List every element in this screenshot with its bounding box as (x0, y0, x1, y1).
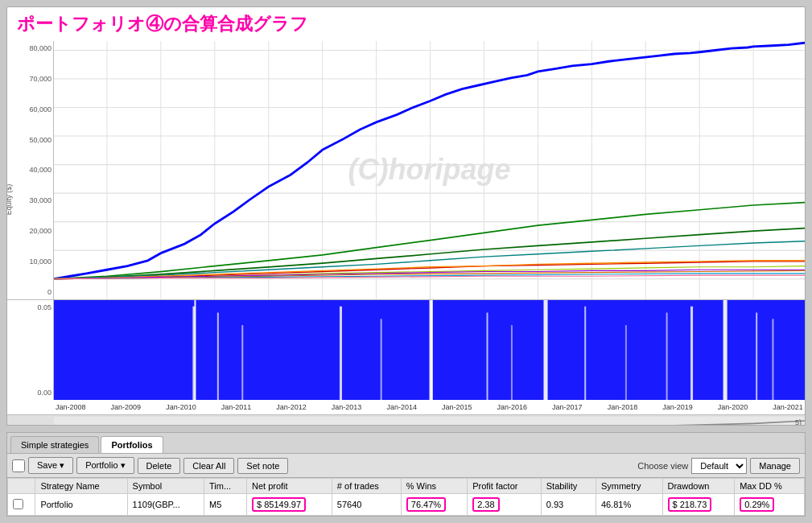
col-drawdown[interactable]: Drawdown (662, 479, 735, 494)
svg-rect-38 (756, 312, 757, 400)
x-axis-spacer (7, 400, 54, 414)
row-drawdown: $ 218.73 (662, 494, 735, 516)
range-indicator: 5) (795, 418, 802, 426)
tab-simple-strategies[interactable]: Simple strategies (10, 436, 99, 453)
col-num-trades[interactable]: # of trades (332, 479, 401, 494)
bottom-panel: Simple strategies Portfolios Save ▾ Port… (6, 432, 806, 517)
table-row: Portfolio 1109(GBP... M5 $ 85149.97 5764… (8, 494, 805, 516)
equity-chart-row: 80,000 70,000 60,000 50,000 40,000 30,00… (7, 41, 805, 299)
x-axis-row: Jan-2008 Jan-2009 Jan-2010 Jan-2011 Jan-… (7, 400, 805, 414)
select-all-checkbox[interactable] (12, 459, 25, 472)
col-checkbox (8, 479, 35, 494)
col-max-dd[interactable]: Max DD % (735, 479, 805, 494)
delete-button[interactable]: Delete (138, 458, 181, 474)
chart-layout: 80,000 70,000 60,000 50,000 40,000 30,00… (7, 41, 805, 426)
volume-plot (54, 300, 805, 400)
pct-wins-value: 76.47% (406, 497, 446, 512)
profit-factor-value: 2.38 (472, 497, 499, 512)
col-symmetry[interactable]: Symmetry (596, 479, 662, 494)
chart-title: ポートフォリオ④の合算合成グラフ (7, 7, 805, 41)
volume-svg (54, 300, 805, 400)
svg-rect-36 (690, 307, 693, 401)
svg-rect-29 (431, 300, 433, 400)
table-area: Strategy Name Symbol Tim... Net profit #… (7, 478, 805, 516)
svg-rect-27 (381, 319, 382, 400)
table-header-row: Strategy Name Symbol Tim... Net profit #… (8, 479, 805, 494)
net-profit-value: $ 85149.97 (252, 497, 306, 512)
chart-area: ポートフォリオ④の合算合成グラフ 80,000 70,000 60,000 50… (6, 6, 806, 426)
row-strategy-name: Portfolio (35, 494, 127, 516)
choose-view-select[interactable]: Default (691, 458, 747, 474)
set-note-button[interactable]: Set note (237, 458, 288, 474)
row-symmetry: 46.81% (596, 494, 662, 516)
row-symbol: 1109(GBP... (127, 494, 204, 516)
svg-rect-30 (486, 312, 488, 400)
svg-rect-24 (217, 312, 219, 400)
svg-rect-25 (241, 325, 243, 400)
row-num-trades: 57640 (332, 494, 401, 516)
col-stability[interactable]: Stability (541, 479, 596, 494)
x-axis-labels: Jan-2008 Jan-2009 Jan-2010 Jan-2011 Jan-… (54, 400, 805, 414)
svg-rect-23 (194, 300, 196, 400)
main-container: ポートフォリオ④の合算合成グラフ 80,000 70,000 60,000 50… (0, 0, 812, 523)
svg-rect-39 (772, 319, 773, 400)
drawdown-value: $ 218.73 (668, 497, 712, 512)
row-profit-factor: 2.38 (468, 494, 542, 516)
svg-rect-26 (340, 307, 342, 401)
toolbar: Save ▾ Portfolio ▾ Delete Clear All Set … (7, 454, 805, 478)
row-net-profit: $ 85149.97 (246, 494, 332, 516)
row-timeframe: M5 (204, 494, 246, 516)
tab-portfolios[interactable]: Portfolios (101, 436, 163, 453)
choose-view-label: Choose view (637, 461, 688, 471)
col-timeframe[interactable]: Tim... (204, 479, 246, 494)
row-checkbox[interactable] (13, 499, 23, 509)
save-button[interactable]: Save ▾ (28, 457, 73, 474)
portfolio-button[interactable]: Portfolio ▾ (76, 457, 134, 474)
col-strategy-name[interactable]: Strategy Name (35, 479, 127, 494)
svg-rect-33 (584, 307, 586, 401)
svg-rect-34 (625, 325, 627, 400)
equity-svg (54, 41, 805, 299)
minimap-svg: ◄ ▲ ▼ ► 5) (54, 417, 805, 426)
y-axis-equity: 80,000 70,000 60,000 50,000 40,000 30,00… (7, 41, 54, 299)
row-checkbox-cell (8, 494, 35, 516)
volume-chart-row: 0.05 0.00 (7, 299, 805, 400)
col-symbol[interactable]: Symbol (127, 479, 204, 494)
svg-rect-31 (511, 325, 513, 400)
row-pct-wins: 76.47% (401, 494, 467, 516)
equity-axis-label: Equity ($) (6, 183, 13, 215)
max-dd-value: 0.29% (740, 497, 774, 512)
svg-rect-37 (723, 300, 728, 400)
data-table: Strategy Name Symbol Tim... Net profit #… (7, 478, 805, 516)
manage-button[interactable]: Manage (750, 458, 800, 474)
svg-rect-32 (543, 300, 547, 400)
col-net-profit[interactable]: Net profit (246, 479, 332, 494)
row-max-dd: 0.29% (735, 494, 805, 516)
clear-all-button[interactable]: Clear All (183, 458, 234, 474)
col-profit-factor[interactable]: Profit factor (468, 479, 542, 494)
row-stability: 0.93 (541, 494, 596, 516)
svg-rect-35 (666, 312, 668, 400)
col-pct-wins[interactable]: % Wins (401, 479, 467, 494)
equity-plot: (C)horipage (54, 41, 805, 299)
y-axis-volume: 0.05 0.00 (7, 300, 54, 400)
tab-bar: Simple strategies Portfolios (7, 433, 805, 454)
minimap-row[interactable]: ◄ ▲ ▼ ► 5) 5) (7, 414, 805, 426)
